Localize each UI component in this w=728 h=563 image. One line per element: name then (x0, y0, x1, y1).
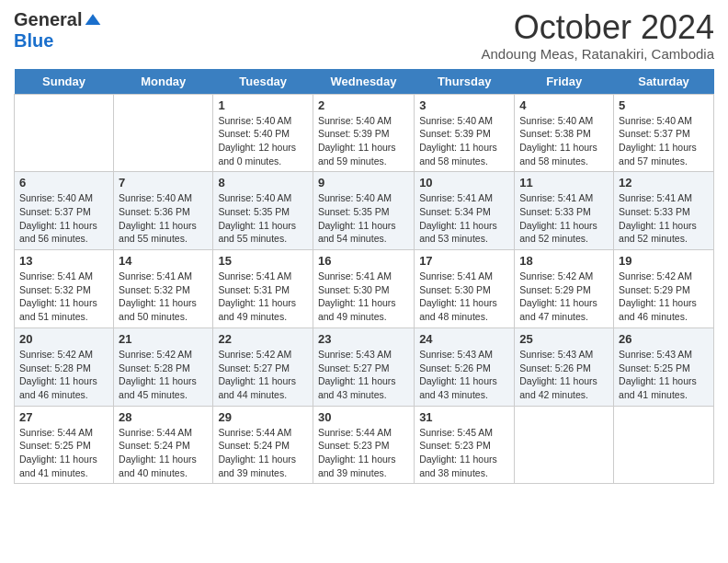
calendar-cell: 22Sunrise: 5:42 AMSunset: 5:27 PMDayligh… (213, 327, 313, 406)
day-number: 23 (318, 332, 409, 346)
cell-info: Sunrise: 5:40 AMSunset: 5:39 PMDaylight:… (419, 114, 509, 168)
day-of-week-header: Thursday (415, 69, 515, 95)
day-number: 12 (619, 176, 709, 190)
calendar-cell: 30Sunrise: 5:44 AMSunset: 5:23 PMDayligh… (313, 406, 414, 484)
day-number: 21 (119, 332, 208, 346)
day-number: 19 (619, 254, 709, 268)
day-of-week-header: Wednesday (313, 69, 414, 95)
day-number: 4 (519, 98, 609, 112)
calendar-cell: 7Sunrise: 5:40 AMSunset: 5:36 PMDaylight… (114, 172, 213, 250)
day-number: 14 (119, 254, 208, 268)
calendar-cell: 21Sunrise: 5:42 AMSunset: 5:28 PMDayligh… (114, 327, 213, 406)
calendar-table: SundayMondayTuesdayWednesdayThursdayFrid… (14, 69, 714, 485)
day-number: 16 (318, 254, 409, 268)
calendar-week-row: 6Sunrise: 5:40 AMSunset: 5:37 PMDaylight… (15, 172, 714, 250)
cell-info: Sunrise: 5:42 AMSunset: 5:28 PMDaylight:… (119, 348, 208, 402)
calendar-cell: 20Sunrise: 5:42 AMSunset: 5:28 PMDayligh… (15, 327, 114, 406)
calendar-cell: 18Sunrise: 5:42 AMSunset: 5:29 PMDayligh… (515, 250, 614, 328)
cell-info: Sunrise: 5:40 AMSunset: 5:39 PMDaylight:… (318, 114, 409, 168)
cell-info: Sunrise: 5:40 AMSunset: 5:38 PMDaylight:… (519, 114, 609, 168)
day-number: 17 (419, 254, 509, 268)
calendar-cell: 24Sunrise: 5:43 AMSunset: 5:26 PMDayligh… (415, 327, 515, 406)
calendar-cell: 4Sunrise: 5:40 AMSunset: 5:38 PMDaylight… (515, 94, 614, 172)
logo-icon (84, 11, 102, 29)
cell-info: Sunrise: 5:43 AMSunset: 5:26 PMDaylight:… (419, 348, 509, 402)
calendar-cell: 14Sunrise: 5:41 AMSunset: 5:32 PMDayligh… (114, 250, 213, 328)
day-number: 6 (19, 176, 108, 190)
calendar-week-row: 27Sunrise: 5:44 AMSunset: 5:25 PMDayligh… (15, 406, 714, 484)
day-number: 31 (419, 410, 509, 424)
day-of-week-header: Saturday (614, 69, 714, 95)
day-number: 5 (619, 98, 709, 112)
calendar-cell (15, 94, 114, 172)
calendar-cell: 9Sunrise: 5:40 AMSunset: 5:35 PMDaylight… (313, 172, 414, 250)
calendar-cell: 15Sunrise: 5:41 AMSunset: 5:31 PMDayligh… (213, 250, 313, 328)
page-header: General Blue October 2024 Andoung Meas, … (14, 9, 714, 62)
calendar-cell: 8Sunrise: 5:40 AMSunset: 5:35 PMDaylight… (213, 172, 313, 250)
day-number: 20 (19, 332, 108, 346)
calendar-week-row: 13Sunrise: 5:41 AMSunset: 5:32 PMDayligh… (15, 250, 714, 328)
cell-info: Sunrise: 5:43 AMSunset: 5:25 PMDaylight:… (619, 348, 709, 402)
cell-info: Sunrise: 5:41 AMSunset: 5:33 PMDaylight:… (619, 191, 709, 246)
calendar-cell: 6Sunrise: 5:40 AMSunset: 5:37 PMDaylight… (15, 172, 114, 250)
cell-info: Sunrise: 5:44 AMSunset: 5:23 PMDaylight:… (318, 426, 409, 480)
cell-info: Sunrise: 5:42 AMSunset: 5:28 PMDaylight:… (19, 348, 108, 402)
calendar-cell: 10Sunrise: 5:41 AMSunset: 5:34 PMDayligh… (415, 172, 515, 250)
month-title: October 2024 (482, 9, 714, 46)
calendar-cell: 27Sunrise: 5:44 AMSunset: 5:25 PMDayligh… (15, 406, 114, 484)
day-number: 25 (519, 332, 609, 346)
day-number: 3 (419, 98, 509, 112)
day-number: 7 (119, 176, 208, 190)
cell-info: Sunrise: 5:42 AMSunset: 5:29 PMDaylight:… (519, 270, 609, 324)
calendar-cell: 26Sunrise: 5:43 AMSunset: 5:25 PMDayligh… (614, 327, 714, 406)
cell-info: Sunrise: 5:43 AMSunset: 5:26 PMDaylight:… (519, 348, 609, 402)
calendar-cell: 11Sunrise: 5:41 AMSunset: 5:33 PMDayligh… (515, 172, 614, 250)
day-number: 24 (419, 332, 509, 346)
cell-info: Sunrise: 5:40 AMSunset: 5:35 PMDaylight:… (318, 191, 409, 246)
cell-info: Sunrise: 5:41 AMSunset: 5:31 PMDaylight:… (218, 270, 308, 324)
cell-info: Sunrise: 5:44 AMSunset: 5:25 PMDaylight:… (19, 426, 108, 480)
day-number: 29 (218, 410, 308, 424)
cell-info: Sunrise: 5:44 AMSunset: 5:24 PMDaylight:… (119, 426, 208, 480)
cell-info: Sunrise: 5:42 AMSunset: 5:29 PMDaylight:… (619, 270, 709, 324)
svg-marker-0 (85, 14, 101, 25)
calendar-cell: 12Sunrise: 5:41 AMSunset: 5:33 PMDayligh… (614, 172, 714, 250)
calendar-cell (614, 406, 714, 484)
day-of-week-header: Monday (114, 69, 213, 95)
calendar-cell (114, 94, 213, 172)
calendar-cell: 29Sunrise: 5:44 AMSunset: 5:24 PMDayligh… (213, 406, 313, 484)
cell-info: Sunrise: 5:42 AMSunset: 5:27 PMDaylight:… (218, 348, 308, 402)
calendar-week-row: 1Sunrise: 5:40 AMSunset: 5:40 PMDaylight… (15, 94, 714, 172)
day-number: 18 (519, 254, 609, 268)
location-subtitle: Andoung Meas, Ratanakiri, Cambodia (482, 46, 714, 62)
calendar-week-row: 20Sunrise: 5:42 AMSunset: 5:28 PMDayligh… (15, 327, 714, 406)
day-header-row: SundayMondayTuesdayWednesdayThursdayFrid… (15, 69, 714, 95)
cell-info: Sunrise: 5:41 AMSunset: 5:30 PMDaylight:… (419, 270, 509, 324)
calendar-cell: 3Sunrise: 5:40 AMSunset: 5:39 PMDaylight… (415, 94, 515, 172)
day-number: 13 (19, 254, 108, 268)
cell-info: Sunrise: 5:40 AMSunset: 5:37 PMDaylight:… (619, 114, 709, 168)
day-number: 15 (218, 254, 308, 268)
cell-info: Sunrise: 5:41 AMSunset: 5:32 PMDaylight:… (19, 270, 108, 324)
day-number: 11 (519, 176, 609, 190)
day-number: 1 (218, 98, 308, 112)
day-number: 10 (419, 176, 509, 190)
day-of-week-header: Friday (515, 69, 614, 95)
calendar-cell: 19Sunrise: 5:42 AMSunset: 5:29 PMDayligh… (614, 250, 714, 328)
day-number: 22 (218, 332, 308, 346)
day-of-week-header: Sunday (15, 69, 114, 95)
cell-info: Sunrise: 5:41 AMSunset: 5:32 PMDaylight:… (119, 270, 208, 324)
cell-info: Sunrise: 5:44 AMSunset: 5:24 PMDaylight:… (218, 426, 308, 480)
logo-blue-text: Blue (14, 30, 53, 52)
cell-info: Sunrise: 5:40 AMSunset: 5:40 PMDaylight:… (218, 114, 308, 168)
calendar-cell: 1Sunrise: 5:40 AMSunset: 5:40 PMDaylight… (213, 94, 313, 172)
day-number: 26 (619, 332, 709, 346)
cell-info: Sunrise: 5:40 AMSunset: 5:37 PMDaylight:… (19, 191, 108, 246)
day-number: 28 (119, 410, 208, 424)
day-of-week-header: Tuesday (213, 69, 313, 95)
day-number: 27 (19, 410, 108, 424)
cell-info: Sunrise: 5:40 AMSunset: 5:35 PMDaylight:… (218, 191, 308, 246)
logo: General Blue (14, 9, 102, 52)
calendar-cell: 31Sunrise: 5:45 AMSunset: 5:23 PMDayligh… (415, 406, 515, 484)
day-number: 2 (318, 98, 409, 112)
